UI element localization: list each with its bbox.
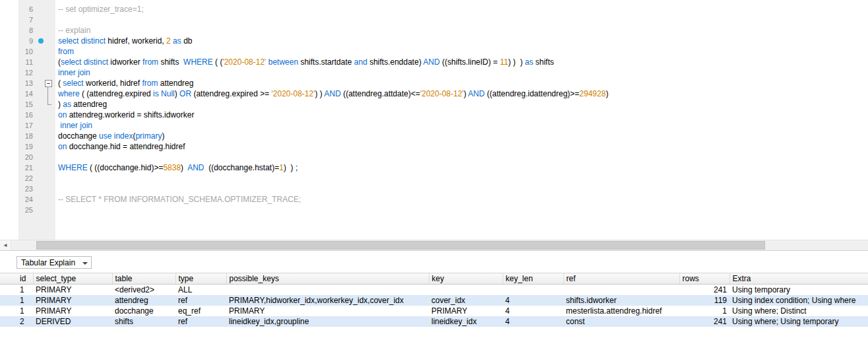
- line-number: 21: [0, 162, 37, 173]
- code-line[interactable]: 16on attendreg.workerid = shifts.idworke…: [0, 110, 868, 120]
- horizontal-scrollbar[interactable]: ◄: [0, 240, 868, 250]
- column-header-type[interactable]: type: [175, 273, 226, 285]
- cell-ref[interactable]: shifts.idworker: [563, 295, 679, 306]
- cell-possible_keys[interactable]: PRIMARY,hidworker_idx,workerkey_idx,cove…: [226, 295, 429, 306]
- code-token: AND: [187, 163, 204, 172]
- cell-table[interactable]: attendreg: [112, 295, 175, 306]
- code-line[interactable]: 11(select distinct idworker from shifts …: [0, 57, 868, 67]
- cell-key_len[interactable]: 4: [503, 295, 563, 306]
- cell-type[interactable]: ALL: [175, 285, 226, 295]
- cell-rows[interactable]: 241: [679, 285, 729, 295]
- cell-Extra[interactable]: Using index condition; Using where: [729, 295, 868, 306]
- cell-rows[interactable]: 241: [679, 316, 729, 327]
- line-number: 19: [0, 141, 37, 152]
- code-token: -- SELECT * FROM INFORMATION_SCHEMA.OPTI…: [58, 195, 301, 204]
- cell-Extra[interactable]: Using where; Distinct: [729, 306, 868, 316]
- code-line[interactable]: 7: [0, 15, 868, 25]
- code-token: '2020-08-12': [420, 89, 464, 98]
- code-text: [55, 184, 868, 194]
- code-line[interactable]: 12inner join: [0, 67, 868, 78]
- cell-possible_keys[interactable]: [226, 285, 429, 295]
- code-line[interactable]: 20: [0, 152, 868, 162]
- column-header-id[interactable]: id: [0, 273, 33, 285]
- scrollbar-thumb[interactable]: [36, 241, 765, 250]
- explain-row[interactable]: 1PRIMARY<derived2>ALL241Using temporary: [0, 285, 868, 295]
- cell-key_len[interactable]: 4: [503, 316, 563, 327]
- column-header-key_len[interactable]: key_len: [503, 273, 563, 285]
- cell-possible_keys[interactable]: PRIMARY: [226, 306, 429, 316]
- code-text: inner join: [55, 120, 868, 131]
- gutter-marker-space: [37, 110, 55, 120]
- cell-id[interactable]: 1: [0, 285, 33, 295]
- cell-ref[interactable]: [563, 285, 679, 295]
- code-token: select distinct: [58, 36, 106, 46]
- cell-key_len[interactable]: [503, 285, 563, 295]
- code-text: on docchange.hid = attendreg.hidref: [55, 141, 868, 152]
- cell-select_type[interactable]: PRIMARY: [33, 306, 112, 316]
- sql-editor[interactable]: 6-- set optimizer_trace=1;78-- explain9s…: [0, 0, 868, 240]
- code-line[interactable]: 22: [0, 173, 868, 184]
- explain-view-selector[interactable]: Tabular Explain: [16, 256, 92, 269]
- cell-select_type[interactable]: PRIMARY: [33, 295, 112, 306]
- column-header-Extra[interactable]: Extra: [729, 273, 868, 285]
- explain-row[interactable]: 1PRIMARYattendregrefPRIMARY,hidworker_id…: [0, 295, 868, 306]
- cell-id[interactable]: 1: [0, 306, 33, 316]
- code-line[interactable]: 9select distinct hidref, workerid, 2 as …: [0, 36, 868, 46]
- code-line[interactable]: 6-- set optimizer_trace=1;: [0, 4, 868, 15]
- code-token: -- set optimizer_trace=1;: [58, 5, 144, 14]
- line-number: 7: [0, 15, 37, 25]
- cell-key[interactable]: cover_idx: [429, 295, 503, 306]
- cell-key[interactable]: lineidkey_idx: [429, 316, 503, 327]
- cell-table[interactable]: docchange: [112, 306, 175, 316]
- code-line[interactable]: 17 inner join: [0, 120, 868, 131]
- cell-key[interactable]: PRIMARY: [429, 306, 503, 316]
- cell-possible_keys[interactable]: lineidkey_idx,groupline: [226, 316, 429, 327]
- cell-select_type[interactable]: DERIVED: [33, 316, 112, 327]
- code-token: ( (: [213, 57, 223, 67]
- code-text: ( select workerid, hidref from attendreg: [55, 78, 868, 88]
- cell-ref[interactable]: mesterlista.attendreg.hidref: [563, 306, 679, 316]
- column-header-possible_keys[interactable]: possible_keys: [226, 273, 429, 285]
- cell-Extra[interactable]: Using temporary: [729, 285, 868, 295]
- code-line[interactable]: 21WHERE ( ((docchange.hid)>=5838) AND ((…: [0, 162, 868, 173]
- code-line[interactable]: 25: [0, 205, 868, 215]
- cell-id[interactable]: 2: [0, 316, 33, 327]
- column-header-ref[interactable]: ref: [563, 273, 679, 285]
- cell-table[interactable]: shifts: [112, 316, 175, 327]
- explain-row[interactable]: 2DERIVEDshiftsreflineidkey_idx,groupline…: [0, 316, 868, 327]
- code-line[interactable]: 8-- explain: [0, 25, 868, 36]
- code-line[interactable]: 23: [0, 184, 868, 194]
- cell-type[interactable]: eq_ref: [175, 306, 226, 316]
- column-header-rows[interactable]: rows: [679, 273, 729, 285]
- cell-rows[interactable]: 119: [679, 295, 729, 306]
- code-line[interactable]: 24-- SELECT * FROM INFORMATION_SCHEMA.OP…: [0, 194, 868, 205]
- code-line[interactable]: 19on docchange.hid = attendreg.hidref: [0, 141, 868, 152]
- cell-key_len[interactable]: 4: [503, 306, 563, 316]
- scrollbar-left-arrow-icon[interactable]: ◄: [0, 240, 11, 250]
- code-token: as: [525, 57, 534, 67]
- code-line[interactable]: 18docchange use index(primary): [0, 131, 868, 141]
- code-line[interactable]: 10from: [0, 46, 868, 57]
- code-line[interactable]: 13( select workerid, hidref from attendr…: [0, 78, 868, 88]
- cell-type[interactable]: ref: [175, 316, 226, 327]
- cell-table[interactable]: <derived2>: [112, 285, 175, 295]
- cell-ref[interactable]: const: [563, 316, 679, 327]
- gutter-marker-space: [37, 25, 55, 36]
- column-header-table[interactable]: table: [112, 273, 175, 285]
- column-header-select_type[interactable]: select_type: [33, 273, 112, 285]
- code-token: OR: [179, 89, 191, 98]
- code-line[interactable]: 14where ( (attendreg.expired is Null) OR…: [0, 88, 868, 99]
- line-number: 12: [0, 67, 37, 78]
- cell-type[interactable]: ref: [175, 295, 226, 306]
- code-fold-collapse-icon[interactable]: [37, 78, 55, 88]
- cell-id[interactable]: 1: [0, 295, 33, 306]
- cell-key[interactable]: [429, 285, 503, 295]
- explain-row[interactable]: 1PRIMARYdocchangeeq_refPRIMARYPRIMARY4me…: [0, 306, 868, 316]
- gutter-marker-space: [37, 15, 55, 25]
- code-line[interactable]: 15) as attendreg: [0, 99, 868, 110]
- cell-Extra[interactable]: Using where; Using temporary: [729, 316, 868, 327]
- cell-rows[interactable]: 1: [679, 306, 729, 316]
- column-header-key[interactable]: key: [429, 273, 503, 285]
- code-token: ): [175, 89, 179, 98]
- cell-select_type[interactable]: PRIMARY: [33, 285, 112, 295]
